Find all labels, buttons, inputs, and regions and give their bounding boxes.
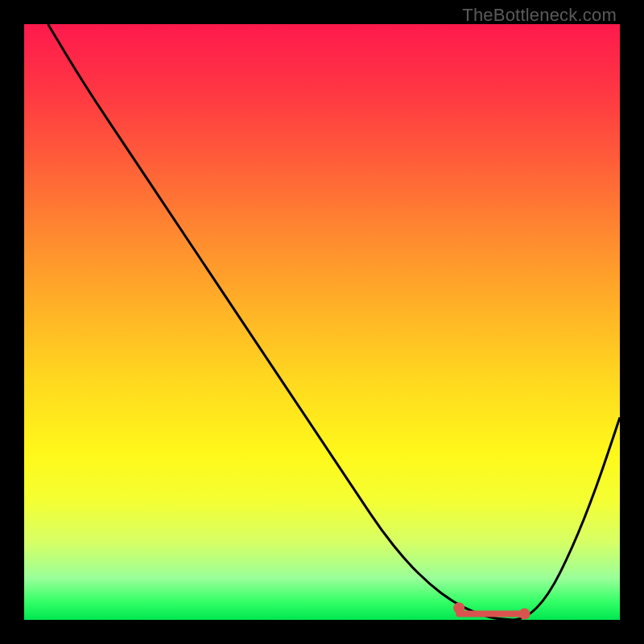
chart-frame: TheBottleneck.com — [0, 0, 644, 644]
plot-area — [24, 24, 620, 620]
bottleneck-curve — [48, 24, 620, 620]
marker-start — [453, 602, 464, 613]
marker-end — [519, 609, 530, 620]
chart-svg — [24, 24, 620, 620]
watermark-text: TheBottleneck.com — [462, 5, 617, 26]
